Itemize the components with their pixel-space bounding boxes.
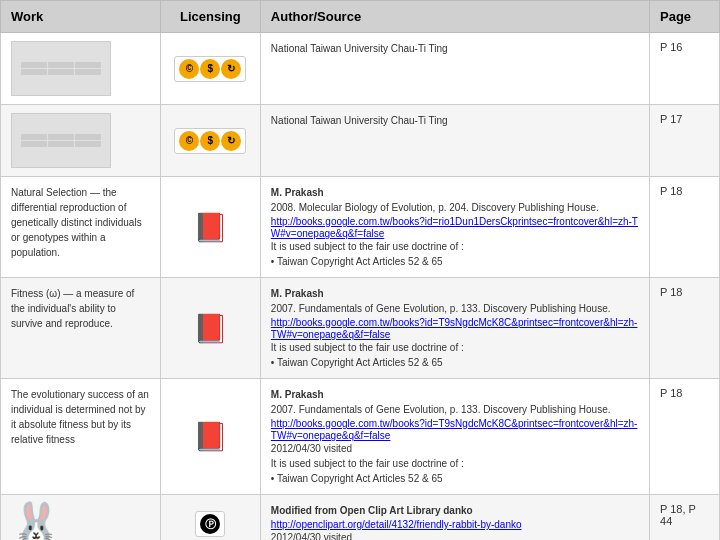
author-note: It is used subject to the fair use doctr… [271, 340, 639, 355]
book-icon: 📕 [171, 420, 250, 453]
licensing-cell: © $ ↻ [160, 33, 260, 105]
author-note: • Taiwan Copyright Act Articles 52 & 65 [271, 254, 639, 269]
author-cell: M. Prakash2007. Fundamentals of Gene Evo… [260, 379, 649, 495]
work-image [11, 113, 111, 168]
cc-license-badge: © $ ↻ [174, 56, 246, 82]
author-name: M. Prakash [271, 387, 639, 402]
licensing-cell: 📕 [160, 379, 260, 495]
table-row: 🐰 Ⓟ Modified from Open Clip Art Library … [1, 495, 720, 541]
author-cell: Modified from Open Clip Art Library dank… [260, 495, 649, 541]
author-cell: M. Prakash2007. Fundamentals of Gene Evo… [260, 278, 649, 379]
cc-license-badge: © $ ↻ [174, 128, 246, 154]
author-text: National Taiwan University Chau-Ti Ting [271, 41, 639, 56]
table-row: © $ ↻ National Taiwan University Chau-Ti… [1, 105, 720, 177]
author-note: • Taiwan Copyright Act Articles 52 & 65 [271, 471, 639, 486]
work-cell: 🐰 [1, 495, 161, 541]
licensing-cell: © $ ↻ [160, 105, 260, 177]
page-number: P 18, P 44 [660, 503, 696, 527]
work-text: Fitness (ω) — a measure of the individua… [11, 286, 150, 331]
author-link[interactable]: http://openclipart.org/detail/4132/frien… [271, 519, 522, 530]
page-number: P 18 [660, 387, 682, 399]
author-link[interactable]: http://books.google.com.tw/books?id=T9sN… [271, 418, 638, 441]
author-extra: 2012/04/30 visited [271, 530, 639, 540]
table-row: Natural Selection — the differential rep… [1, 177, 720, 278]
work-cell [1, 105, 161, 177]
page-cell: P 18 [650, 278, 720, 379]
author-text: National Taiwan University Chau-Ti Ting [271, 113, 639, 128]
cc-zero-badge: Ⓟ [195, 511, 225, 537]
table-row: Fitness (ω) — a measure of the individua… [1, 278, 720, 379]
page-number: P 18 [660, 286, 682, 298]
header-page: Page [650, 1, 720, 33]
licensing-cell: 📕 [160, 177, 260, 278]
page-cell: P 17 [650, 105, 720, 177]
table-row: © $ ↻ National Taiwan University Chau-Ti… [1, 33, 720, 105]
rabbit-image: 🐰 [11, 503, 150, 540]
page-number: P 18 [660, 185, 682, 197]
author-name: M. Prakash [271, 286, 639, 301]
author-name: Modified from Open Clip Art Library dank… [271, 503, 639, 518]
book-icon: 📕 [171, 312, 250, 345]
header-author: Author/Source [260, 1, 649, 33]
author-link[interactable]: http://books.google.com.tw/books?id=rio1… [271, 216, 638, 239]
header-licensing: Licensing [160, 1, 260, 33]
book-icon: 📕 [171, 211, 250, 244]
author-cell: M. Prakash2008. Molecular Biology of Evo… [260, 177, 649, 278]
author-cell: National Taiwan University Chau-Ti Ting [260, 105, 649, 177]
page-cell: P 18 [650, 177, 720, 278]
table-row: The evolutionary success of an individua… [1, 379, 720, 495]
work-cell: Fitness (ω) — a measure of the individua… [1, 278, 161, 379]
author-note: • Taiwan Copyright Act Articles 52 & 65 [271, 355, 639, 370]
page-number: P 17 [660, 113, 682, 125]
page-cell: P 18 [650, 379, 720, 495]
author-note: It is used subject to the fair use doctr… [271, 239, 639, 254]
work-image [11, 41, 111, 96]
work-text: The evolutionary success of an individua… [11, 387, 150, 447]
author-detail: 2008. Molecular Biology of Evolution, p.… [271, 200, 639, 215]
page-cell: P 16 [650, 33, 720, 105]
author-note: It is used subject to the fair use doctr… [271, 456, 639, 471]
work-cell: The evolutionary success of an individua… [1, 379, 161, 495]
work-text: Natural Selection — the differential rep… [11, 185, 150, 260]
licensing-cell: 📕 [160, 278, 260, 379]
header-work: Work [1, 1, 161, 33]
page-cell: P 18, P 44 [650, 495, 720, 541]
author-detail: 2007. Fundamentals of Gene Evolution, p.… [271, 301, 639, 316]
licensing-cell: Ⓟ [160, 495, 260, 541]
work-cell [1, 33, 161, 105]
page-number: P 16 [660, 41, 682, 53]
author-detail: 2007. Fundamentals of Gene Evolution, p.… [271, 402, 639, 417]
author-link[interactable]: http://books.google.com.tw/books?id=T9sN… [271, 317, 638, 340]
author-cell: National Taiwan University Chau-Ti Ting [260, 33, 649, 105]
work-cell: Natural Selection — the differential rep… [1, 177, 161, 278]
author-extra: 2012/04/30 visited [271, 441, 639, 456]
author-name: M. Prakash [271, 185, 639, 200]
